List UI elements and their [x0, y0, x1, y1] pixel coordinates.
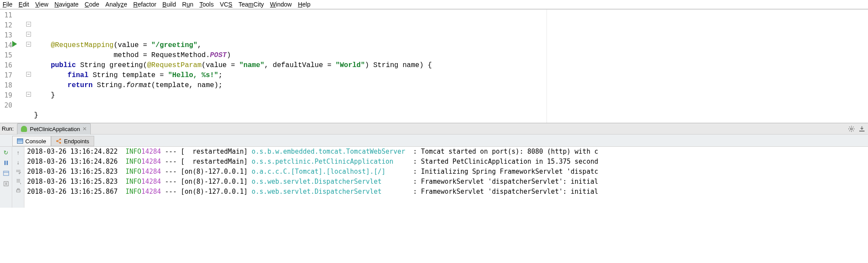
up-icon[interactable]: ↑: [14, 148, 22, 156]
line-number: 12: [0, 20, 12, 30]
stop-icon[interactable]: [2, 159, 10, 167]
code-line: }: [34, 111, 868, 121]
code-line: @RequestMapping(value = "/greeting",: [34, 40, 868, 51]
line-number: 11: [0, 10, 12, 20]
run-config-tab[interactable]: PetClinicApplication ✕: [17, 123, 91, 135]
line-number: 17: [0, 71, 12, 81]
svg-rect-19: [17, 189, 19, 190]
menu-code[interactable]: Code: [85, 1, 99, 8]
menu-window[interactable]: Window: [270, 1, 292, 8]
dump-icon[interactable]: [2, 180, 10, 188]
endpoints-icon: [56, 138, 62, 144]
svg-rect-14: [7, 161, 8, 165]
line-number: 16: [0, 61, 12, 71]
close-icon[interactable]: ✕: [82, 126, 87, 132]
run-label: Run:: [0, 125, 17, 132]
svg-rect-18: [17, 190, 20, 192]
line-number: 20: [0, 101, 12, 111]
code-line: [34, 101, 868, 111]
svg-line-8: [853, 127, 854, 127]
menu-file[interactable]: File: [3, 1, 13, 8]
layout-icon[interactable]: [2, 169, 10, 177]
log-line: 2018-03-26 13:16:25.867 INFO 14284 --- […: [27, 187, 865, 197]
menu-vcs[interactable]: VCS: [220, 1, 232, 8]
menu-edit[interactable]: Edit: [19, 1, 29, 8]
rerun-icon[interactable]: ↻: [2, 148, 10, 156]
svg-line-6: [853, 130, 854, 131]
line-number-gutter: 11121314151617181920: [0, 10, 12, 123]
line-number: 19: [0, 91, 12, 101]
run-sidebar-primary: ↻: [0, 147, 12, 208]
code-line: public String greeting(@RequestParam(val…: [34, 61, 868, 71]
code-line: method = RequestMethod.POST): [34, 51, 868, 61]
line-number: 14: [0, 40, 12, 51]
menu-run[interactable]: Run: [182, 1, 194, 8]
code-line: }: [34, 91, 868, 101]
tab-endpoints[interactable]: Endpoints: [51, 136, 94, 146]
menu-analyze[interactable]: Analyze: [106, 1, 127, 8]
svg-line-5: [849, 127, 850, 127]
run-config-name: PetClinicApplication: [30, 126, 80, 132]
code-line: final String template = "Hello, %s!";: [34, 71, 868, 81]
svg-rect-13: [4, 161, 6, 165]
log-line: 2018-03-26 13:16:25.823 INFO 14284 --- […: [27, 167, 865, 177]
code-line: return String.format(template, name);: [34, 81, 868, 91]
down-icon[interactable]: ↓: [14, 158, 22, 166]
run-sidebar-secondary: ↑ ↓: [12, 147, 24, 208]
menu-build[interactable]: Build: [162, 1, 176, 8]
main-menubar: File Edit View Navigate Code Analyze Ref…: [0, 0, 868, 9]
svg-point-0: [851, 128, 852, 129]
fold-icon[interactable]: [26, 42, 31, 47]
print-icon[interactable]: [14, 187, 22, 195]
line-number: 13: [0, 30, 12, 40]
scroll-end-icon[interactable]: [14, 177, 22, 185]
fold-icon[interactable]: [26, 72, 31, 77]
menu-refactor[interactable]: Refactor: [133, 1, 156, 8]
log-line: 2018-03-26 13:16:24.822 INFO 14284 --- […: [27, 147, 865, 157]
fold-icon[interactable]: [26, 22, 31, 27]
console-icon: [17, 138, 23, 144]
editor-area: 11121314151617181920 @RequestMapping(val…: [0, 9, 868, 123]
code-editor[interactable]: @RequestMapping(value = "/greeting", met…: [34, 10, 868, 123]
log-line: 2018-03-26 13:16:24.826 INFO 14284 --- […: [27, 157, 865, 167]
run-header: Run: PetClinicApplication ✕: [0, 123, 868, 135]
right-margin-line: [547, 10, 547, 123]
fold-icon[interactable]: [26, 32, 31, 37]
wrap-icon[interactable]: [14, 168, 22, 175]
run-tool-window: Run: PetClinicApplication ✕ Console Endp…: [0, 123, 868, 208]
svg-rect-15: [3, 171, 9, 175]
log-line: 2018-03-26 13:16:25.823 INFO 14284 --- […: [27, 177, 865, 187]
gutter-icons: [12, 10, 34, 123]
gear-icon[interactable]: [848, 125, 855, 132]
console-output[interactable]: 2018-03-26 13:16:24.822 INFO 14284 --- […: [24, 147, 868, 208]
menu-help[interactable]: Help: [298, 1, 311, 8]
menu-navigate[interactable]: Navigate: [55, 1, 79, 8]
svg-rect-9: [859, 131, 865, 132]
fold-icon[interactable]: [26, 92, 31, 97]
menu-teamcity[interactable]: TeamCity: [239, 1, 264, 8]
svg-line-7: [849, 130, 850, 131]
menu-view[interactable]: View: [35, 1, 48, 8]
hide-icon[interactable]: [858, 125, 865, 132]
run-subtabs: Console Endpoints: [0, 135, 868, 147]
line-number: 15: [0, 51, 12, 61]
spring-boot-icon: [21, 126, 27, 132]
tab-console[interactable]: Console: [12, 136, 51, 146]
menu-tools[interactable]: Tools: [199, 1, 214, 8]
line-number: 18: [0, 81, 12, 91]
run-gutter-icon[interactable]: [12, 41, 17, 47]
